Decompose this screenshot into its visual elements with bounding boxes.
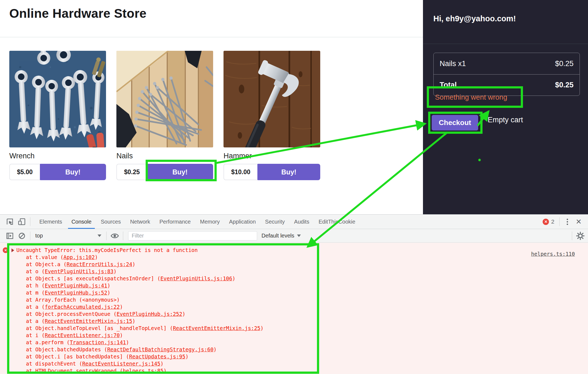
page-title: Online Hardware Store	[9, 6, 146, 21]
nails-image	[116, 51, 213, 147]
stack-frame: at dispatchEvent (ReactEventListener.js:…	[26, 360, 588, 367]
storefront: Online Hardware Store	[0, 0, 423, 214]
tab-application[interactable]: Application	[224, 215, 260, 229]
expand-triangle-icon[interactable]	[11, 248, 14, 252]
buy-button-nails[interactable]: Buy!	[147, 164, 213, 180]
filter-input[interactable]	[128, 231, 257, 241]
tab-security[interactable]: Security	[260, 215, 289, 229]
stack-frame: at i (ReactEventListener.js:70)	[26, 332, 588, 339]
stack-frame: at Object.a (ReactErrorUtils.js:24)	[26, 261, 588, 268]
settings-gear-icon[interactable]	[574, 230, 586, 242]
stack-file-link[interactable]: EventPluginUtils.js:83	[45, 268, 114, 274]
context-label: top	[35, 233, 43, 239]
buy-button-hammer[interactable]: Buy!	[257, 164, 320, 180]
device-toolbar-icon[interactable]	[16, 216, 28, 228]
divider	[559, 217, 560, 226]
price-label: $5.00	[9, 164, 40, 180]
clear-console-icon[interactable]	[16, 230, 28, 242]
purchase-row: $0.25 Buy!	[116, 164, 213, 180]
checkout-button[interactable]: Checkout	[432, 115, 478, 130]
log-levels-dropdown[interactable]: Default levels	[261, 233, 301, 239]
purchase-row: $5.00 Buy!	[9, 164, 106, 180]
tab-elements[interactable]: Elements	[35, 215, 67, 229]
product-card-wrench: Wrench $5.00 Buy!	[9, 51, 106, 180]
console-sidebar-icon[interactable]	[4, 230, 16, 242]
user-greeting: Hi, eh9y@yahoo.com!	[433, 14, 516, 23]
chevron-down-icon	[98, 235, 101, 237]
stack-frame: at Object.i [as batchedUpdates] (ReactUp…	[26, 353, 588, 360]
cart-item-price: $0.25	[555, 60, 574, 68]
divider	[572, 231, 572, 240]
product-card-hammer: Hammer $10.00 Buy!	[224, 51, 320, 180]
buy-button-wrench[interactable]: Buy!	[40, 164, 106, 180]
product-name: Hammer	[224, 152, 320, 163]
divider	[123, 231, 123, 240]
stack-frame: at Array.forEach (<anonymous>)	[26, 296, 588, 303]
stack-frame: at HTMLDocument.sentryWrapped (helpers.t…	[26, 367, 588, 374]
stack-file-link[interactable]: ReactEventListener.js:70	[45, 332, 120, 338]
product-card-nails: Nails $0.25 Buy!	[116, 51, 213, 180]
stack-file-link[interactable]: helpers.ts:85	[123, 368, 164, 374]
store-header: Online Hardware Store	[0, 0, 423, 37]
empty-cart-button[interactable]: Empty cart	[488, 116, 523, 124]
stack-file-link[interactable]: EventPluginHub.js:52	[45, 290, 107, 296]
stack-file-link[interactable]: ReactErrorUtils.js:24	[67, 261, 132, 267]
stack-frame: at Object.processEventQueue (EventPlugin…	[26, 310, 588, 317]
console-toolbar: top Default levels	[0, 229, 588, 243]
console-error-row: ✕ Uncaught TypeError: this.myCodeIsPerfe…	[0, 247, 588, 254]
tab-audits[interactable]: Audits	[289, 215, 314, 229]
error-count-badge[interactable]: ✕ 2	[543, 218, 554, 225]
stack-frame: at Object.handleTopLevel [as _handleTopL…	[26, 325, 588, 332]
stack-file-link[interactable]: Transaction.js:141	[70, 339, 126, 345]
tab-editthiscookie[interactable]: EditThisCookie	[314, 215, 360, 229]
divider	[30, 231, 30, 240]
tab-network[interactable]: Network	[125, 215, 155, 229]
stack-trace: at t.value (App.js:102)at Object.a (Reac…	[0, 254, 588, 374]
product-name: Wrench	[9, 152, 106, 163]
stack-file-link[interactable]: App.js:102	[63, 254, 95, 260]
console-output: ✕ Uncaught TypeError: this.myCodeIsPerfe…	[0, 243, 588, 374]
stack-file-link[interactable]: ReactEventEmitterMixin.js:15	[45, 318, 132, 324]
close-icon[interactable]: ✕	[573, 218, 585, 226]
stack-frame: at m (EventPluginHub.js:52)	[26, 289, 588, 296]
devtools-tabs: ElementsConsoleSourcesNetworkPerformance…	[35, 215, 360, 229]
stack-file-link[interactable]: EventPluginHub.js:252	[117, 311, 182, 317]
screen: Online Hardware Store	[0, 0, 588, 374]
error-source-link[interactable]: helpers.ts:110	[531, 250, 575, 257]
price-label: $0.25	[116, 164, 147, 180]
cart-table: Nails x1 $0.25 Total $0.25	[433, 53, 580, 96]
devtools-tabbar-right: ✕ 2 ✕	[543, 217, 588, 226]
stack-file-link[interactable]: EventPluginUtils.js:106	[160, 275, 232, 281]
divider	[30, 217, 30, 226]
stack-frame: at Object.batchedUpdates (ReactDefaultBa…	[26, 346, 588, 353]
stack-file-link[interactable]: forEachAccumulated.js:22	[45, 304, 120, 310]
more-options-icon[interactable]	[562, 219, 573, 225]
price-label: $10.00	[224, 164, 257, 180]
product-name: Nails	[116, 152, 213, 163]
divider	[106, 231, 107, 240]
inspect-icon[interactable]	[4, 216, 16, 228]
cart-total-price: $0.25	[555, 81, 574, 89]
sidebar-divider	[423, 44, 588, 44]
stack-frame: at a (forEachAccumulated.js:22)	[26, 303, 588, 310]
stack-frame: at a (ReactEventEmitterMixin.js:15)	[26, 317, 588, 325]
context-dropdown[interactable]: top	[33, 233, 104, 239]
tab-console[interactable]: Console	[67, 215, 96, 229]
tab-memory[interactable]: Memory	[195, 215, 224, 229]
stack-frame: at h (EventPluginHub.js:41)	[26, 282, 588, 289]
error-message: Uncaught TypeError: this.myCodeIsPerfect…	[16, 247, 198, 253]
tab-performance[interactable]: Performance	[155, 215, 196, 229]
stack-file-link[interactable]: EventPluginHub.js:41	[45, 283, 107, 289]
cart-total-label: Total	[440, 81, 457, 89]
stack-file-link[interactable]: ReactUpdates.js:95	[129, 354, 186, 360]
error-badge-icon: ✕	[543, 219, 549, 225]
stack-file-link[interactable]: ReactEventListener.js:145	[82, 361, 160, 367]
devtools-panel: ElementsConsoleSourcesNetworkPerformance…	[0, 214, 588, 374]
stack-file-link[interactable]: ReactDefaultBatchingStrategy.js:60	[107, 346, 213, 352]
live-expression-eye-icon[interactable]	[109, 230, 121, 242]
error-message-banner: Something went wrong	[435, 91, 507, 103]
stack-frame: at o (EventPluginUtils.js:83)	[26, 268, 588, 275]
tab-sources[interactable]: Sources	[96, 215, 125, 229]
stack-frame: at Object.s [as executeDispatchesInOrder…	[26, 275, 588, 282]
stack-file-link[interactable]: ReactEventEmitterMixin.js:25	[173, 325, 260, 331]
